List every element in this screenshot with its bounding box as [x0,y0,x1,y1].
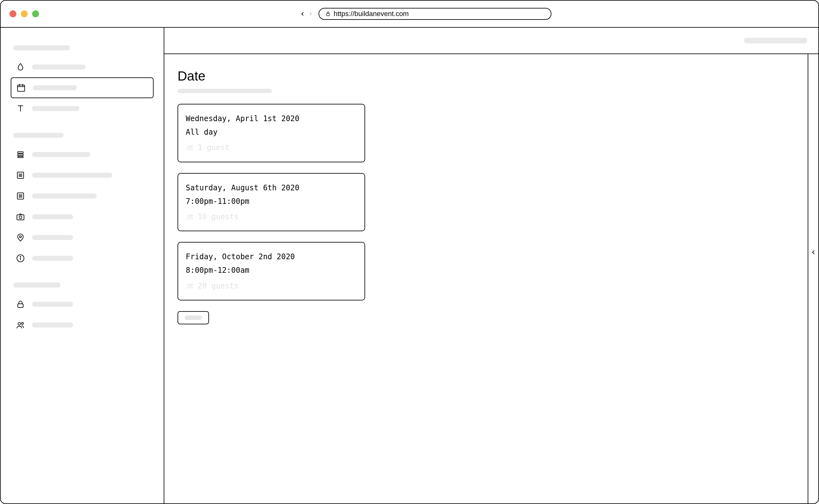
svg-rect-9 [18,156,23,158]
sidebar-item-label [32,256,73,261]
sidebar-item-theme[interactable] [11,57,154,77]
sidebar-section-header [13,45,70,50]
add-date-button-label [185,316,202,320]
sidebar-item-date[interactable] [11,77,154,98]
sidebar-item-photo[interactable] [11,206,154,227]
svg-point-27 [188,146,190,148]
svg-rect-18 [17,215,24,220]
sidebar-item-privacy[interactable] [11,294,154,315]
svg-rect-0 [326,14,329,16]
svg-point-29 [188,215,190,217]
sidebar-item-info[interactable] [11,248,154,269]
date-card-guest-row: 1 guest [186,141,357,154]
date-card-guest-row: 20 guests [186,279,357,293]
address-bar[interactable]: https://buildanevent.com [318,8,552,20]
date-card-time: All day [186,126,357,139]
svg-point-31 [188,284,190,286]
camera-icon [15,211,26,222]
svg-point-28 [191,146,192,147]
text-icon [15,103,26,114]
lock-icon [15,299,26,310]
svg-point-26 [21,322,23,324]
date-card-date: Friday, October 2nd 2020 [186,250,357,264]
date-card[interactable]: Wednesday, April 1st 2020All day1 guest [177,104,365,162]
window-maximize-button[interactable] [32,10,39,17]
svg-rect-24 [18,304,23,307]
sidebar-item-label [32,173,112,178]
sidebar-item-label [32,64,86,70]
address-bar-url: https://buildanevent.com [334,10,408,18]
window-minimize-button[interactable] [21,10,28,17]
sidebar-item-list2[interactable] [11,165,154,186]
back-button[interactable] [300,11,305,17]
date-card-guest-count: 10 guests [198,210,238,224]
svg-point-32 [191,284,192,285]
svg-rect-8 [18,154,23,156]
people-icon [15,320,26,330]
sidebar-item-label [32,193,97,199]
stack-icon [15,149,26,160]
date-card-guest-count: 20 guests [198,279,238,293]
traffic-lights [9,10,39,17]
sidebar-item-list1[interactable] [11,144,154,165]
date-card-time: 7:00pm-11:00pm [186,195,357,208]
people-icon [186,213,194,221]
sidebar-section-header [13,133,64,138]
page-subtitle-placeholder [177,89,272,93]
sidebar-item-label [32,214,73,219]
sidebar-item-label [32,302,73,307]
date-cards: Wednesday, April 1st 2020All day1 guestS… [177,104,365,324]
sidebar-item-label [32,322,73,328]
right-rail [808,54,818,503]
list-icon [15,191,26,201]
people-icon [186,144,194,152]
date-card-date: Wednesday, April 1st 2020 [186,112,357,126]
date-card-guest-count: 1 guest [198,141,229,154]
add-date-button[interactable] [177,311,209,324]
date-card-time: 8:00pm-12:00am [186,264,357,277]
window-close-button[interactable] [9,10,16,17]
topbar-action-placeholder[interactable] [744,38,807,43]
browser-window: https://buildanevent.com Date Wednesday,… [0,0,819,504]
sidebar-item-label [33,85,77,90]
date-card-date: Saturday, August 6th 2020 [186,181,357,195]
browser-chrome: https://buildanevent.com [1,1,818,28]
svg-point-30 [191,215,192,216]
date-card[interactable]: Saturday, August 6th 20207:00pm-11:00pm1… [177,173,365,232]
svg-rect-7 [18,152,23,153]
lock-icon [325,11,330,16]
nav-arrows [300,11,313,17]
content-area: Date Wednesday, April 1st 2020All day1 g… [164,54,808,503]
people-icon [186,282,194,290]
date-card[interactable]: Friday, October 2nd 20208:00pm-12:00am20… [177,242,365,300]
info-icon [15,253,26,264]
main-column: Date Wednesday, April 1st 2020All day1 g… [164,28,818,503]
forward-button[interactable] [308,11,313,17]
svg-point-19 [19,216,22,219]
sidebar-item-location[interactable] [11,227,154,248]
sidebar-item-guests[interactable] [11,315,154,335]
list-icon [15,170,26,181]
expand-panel-button[interactable] [810,249,816,255]
sidebar-item-list3[interactable] [11,186,154,206]
date-card-guest-row: 10 guests [186,210,357,224]
page-title: Date [177,69,794,84]
sidebar-item-label [32,152,90,157]
svg-point-20 [20,236,21,238]
sidebar-section-header [13,283,60,288]
sidebar-item-label [32,106,79,111]
svg-rect-1 [18,85,25,91]
calendar-icon [16,82,26,93]
sidebar-item-text[interactable] [11,98,154,119]
svg-point-25 [18,322,20,325]
svg-point-23 [20,256,21,257]
drop-icon [15,62,26,72]
pin-icon [15,232,26,243]
sidebar-item-label [32,235,73,240]
topbar [164,28,818,54]
sidebar [1,28,164,503]
